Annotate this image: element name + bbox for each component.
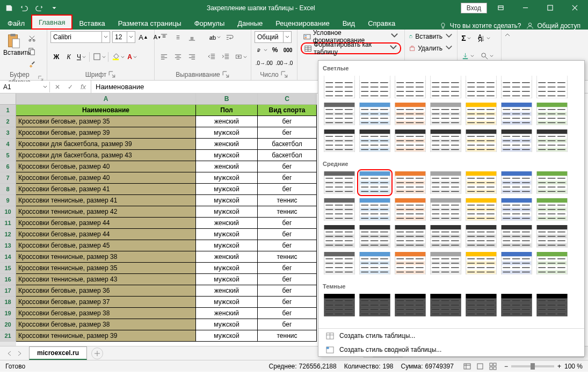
table-style-thumb[interactable] — [323, 293, 356, 317]
table-style-thumb[interactable] — [500, 224, 533, 249]
row-header[interactable]: 11 — [0, 218, 16, 229]
align-bottom-button[interactable] — [186, 31, 198, 43]
font-color-button[interactable]: A — [126, 51, 137, 63]
comma-button[interactable]: 000 — [282, 44, 294, 56]
page-layout-view-button[interactable] — [474, 361, 486, 372]
table-style-thumb[interactable] — [429, 251, 462, 276]
tab-insert[interactable]: Вставка — [72, 17, 111, 30]
minimize-button[interactable] — [514, 0, 536, 16]
row-header[interactable]: 12 — [0, 229, 16, 240]
fx-button[interactable]: fx — [78, 82, 89, 92]
table-style-thumb[interactable] — [358, 293, 391, 317]
decrease-indent-button[interactable] — [206, 51, 217, 63]
wrap-text-button[interactable] — [223, 31, 235, 43]
table-style-thumb[interactable] — [358, 224, 391, 249]
table-style-thumb[interactable] — [323, 102, 356, 126]
align-middle-button[interactable] — [172, 31, 184, 43]
table-style-thumb[interactable] — [535, 170, 569, 195]
table-row[interactable]: Кроссовки теннисные, размер 38женскийтен… — [16, 251, 317, 263]
table-style-thumb[interactable] — [394, 251, 427, 276]
table-row[interactable]: Кроссовки беговые, размер 36женскийбег — [16, 285, 317, 297]
new-sheet-button[interactable] — [91, 348, 103, 359]
table-style-thumb[interactable] — [535, 197, 569, 222]
sheet-nav-next[interactable] — [15, 349, 24, 358]
sheet-tab[interactable]: microexcel.ru — [29, 346, 87, 360]
row-header[interactable]: 5 — [0, 150, 16, 161]
table-row[interactable]: Кроссовки беговые, размер 38мужскойбег — [16, 319, 317, 330]
maximize-button[interactable] — [539, 0, 561, 16]
row-header[interactable]: 17 — [0, 285, 16, 297]
qat-customize[interactable] — [47, 1, 61, 15]
merge-button[interactable] — [234, 51, 248, 63]
table-row[interactable]: Кроссовки беговые, размер 39мужскойбег — [16, 127, 317, 139]
table-row[interactable]: Кроссовки беговые, размер 44мужскойбег — [16, 229, 317, 240]
table-style-thumb[interactable] — [500, 128, 533, 153]
row-header[interactable]: 14 — [0, 251, 16, 263]
row-header[interactable]: 2 — [0, 116, 16, 127]
table-style-thumb[interactable] — [464, 251, 498, 276]
tab-view[interactable]: Вид — [336, 17, 362, 30]
table-style-thumb[interactable] — [500, 197, 533, 222]
increase-indent-button[interactable] — [220, 51, 231, 63]
table-style-thumb[interactable] — [500, 75, 533, 99]
table-row[interactable]: Кроссовки беговые, размер 41мужскойбег — [16, 184, 317, 195]
table-style-thumb[interactable] — [394, 75, 427, 99]
table-style-thumb[interactable] — [323, 75, 356, 99]
italic-button[interactable]: К — [63, 51, 75, 63]
table-header-row[interactable]: Наименование Пол Вид спорта — [16, 105, 317, 116]
table-style-thumb[interactable] — [429, 128, 462, 153]
row-header[interactable]: 7 — [0, 172, 16, 184]
sign-in-button[interactable]: Вход — [461, 3, 487, 13]
font-size-combo[interactable] — [112, 31, 135, 43]
table-style-thumb[interactable] — [429, 75, 462, 99]
row-header[interactable]: 16 — [0, 274, 16, 285]
dialog-launcher-icon[interactable] — [108, 71, 116, 78]
table-style-thumb[interactable] — [323, 128, 356, 153]
row-header[interactable]: 13 — [0, 240, 16, 251]
ribbon-display-options[interactable] — [489, 0, 512, 16]
table-style-thumb[interactable] — [358, 170, 391, 195]
table-row[interactable]: Кроссовки беговые, размер 35женскийбег — [16, 116, 317, 127]
tab-help[interactable]: Справка — [361, 17, 402, 30]
table-style-thumb[interactable] — [535, 293, 569, 317]
collapse-ribbon-button[interactable] — [504, 32, 511, 40]
row-header[interactable]: 6 — [0, 161, 16, 172]
row-header[interactable]: 20 — [0, 319, 16, 330]
table-style-thumb[interactable] — [323, 251, 356, 276]
align-left-button[interactable] — [158, 51, 170, 63]
row-header[interactable]: 8 — [0, 184, 16, 195]
accounting-format-button[interactable]: ₽ — [255, 44, 268, 56]
row-header[interactable]: 21 — [0, 330, 16, 342]
table-style-thumb[interactable] — [464, 293, 498, 317]
table-row[interactable]: Кроссовки теннисные, размер 35мужскойбег — [16, 263, 317, 274]
row-header[interactable]: 18 — [0, 297, 16, 308]
table-style-thumb[interactable] — [464, 170, 498, 195]
table-style-thumb[interactable] — [535, 224, 569, 249]
table-style-thumb[interactable] — [394, 170, 427, 195]
save-button[interactable] — [2, 1, 16, 15]
select-all-corner[interactable] — [0, 93, 16, 105]
insert-cells-button[interactable]: Вставить — [408, 31, 454, 42]
table-style-thumb[interactable] — [394, 102, 427, 126]
table-style-thumb[interactable] — [464, 197, 498, 222]
table-row[interactable]: Кроссовки для баскетбола, размер 43мужск… — [16, 150, 317, 161]
zoom-out-button[interactable]: − — [504, 363, 508, 370]
increase-font-button[interactable]: A▲ — [137, 31, 149, 43]
table-style-thumb[interactable] — [429, 102, 462, 126]
table-style-thumb[interactable] — [464, 128, 498, 153]
cut-button[interactable] — [26, 32, 38, 44]
normal-view-button[interactable] — [461, 361, 473, 372]
new-pivot-style-button[interactable]: Создать стиль сводной таблицы... — [318, 343, 584, 357]
col-header-c[interactable]: C — [258, 93, 317, 105]
zoom-level[interactable]: 100 % — [564, 363, 583, 370]
table-style-thumb[interactable] — [323, 224, 356, 249]
table-row[interactable]: Кроссовки теннисные, размер 39мужскойтен… — [16, 330, 317, 342]
increase-decimal-button[interactable]: .0→.00 — [255, 57, 274, 69]
col-header-b[interactable]: B — [196, 93, 258, 105]
table-style-thumb[interactable] — [464, 102, 498, 126]
sort-filter-button[interactable]: AЯ — [476, 32, 492, 44]
border-button[interactable] — [91, 51, 106, 63]
cancel-formula-button[interactable]: ✕ — [52, 82, 63, 92]
dialog-launcher-icon[interactable] — [281, 71, 288, 78]
table-style-thumb[interactable] — [429, 170, 462, 195]
